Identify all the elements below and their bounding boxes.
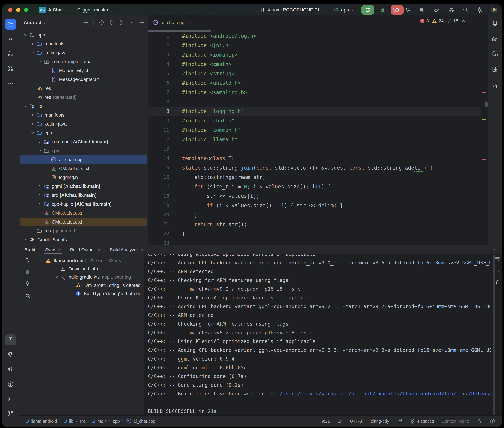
settings-button[interactable] (477, 7, 483, 13)
build-tree-item[interactable]: Download info (36, 265, 144, 273)
breadcrumb-item-cpp[interactable]: cpp (113, 419, 120, 424)
logcat-tool-button[interactable] (5, 364, 16, 375)
editor-horizontal-scrollbar[interactable] (148, 30, 211, 32)
code-line-21[interactable]: 21 return str.str(); (148, 220, 481, 229)
tree-item-kotlin-java[interactable]: kotlin+java (20, 48, 147, 57)
chevron-right-icon[interactable] (36, 140, 43, 144)
commit-tool-button[interactable] (5, 33, 16, 45)
clang-tidy-profile[interactable]: .clang-tidy (369, 419, 389, 424)
build-tool-button[interactable] (5, 335, 16, 346)
locate-file-icon[interactable] (99, 20, 104, 25)
close-icon[interactable]: ✕ (140, 247, 144, 252)
code-line-18[interactable]: 18 str << values[i]; (148, 191, 481, 201)
pull-requests-tool-button[interactable] (5, 63, 16, 74)
rerun-button[interactable] (361, 5, 374, 15)
gemini-chat-button[interactable] (491, 82, 498, 88)
tree-item-cmakelists-txt[interactable]: CMakeLists.txt (20, 217, 147, 226)
close-tab-icon[interactable]: ✕ (188, 20, 192, 25)
tree-item-cpp[interactable]: cpp (20, 146, 147, 155)
tree-item-app[interactable]: app (20, 31, 147, 39)
chevron-right-icon[interactable] (29, 122, 36, 126)
build-tree-item[interactable]: build.gradle.ktsapp 1 warning (36, 273, 144, 281)
tree-item-cmakelists-txt[interactable]: CMakeLists.txt (20, 164, 147, 173)
search-everywhere-button[interactable] (462, 7, 469, 13)
formatter-off-icon[interactable] (397, 418, 402, 424)
inspections-widget[interactable]: 3 24 15 (419, 18, 473, 24)
tree-item-cpp[interactable]: cpp (20, 128, 147, 137)
code-line-15[interactable]: 15static std::string join(const std::vec… (148, 163, 481, 173)
lock-open-icon[interactable] (477, 418, 482, 424)
user-avatar[interactable] (491, 6, 498, 14)
pin-icon[interactable] (25, 281, 30, 287)
device-selector[interactable]: Xiaomi POCOPHONE F1 (267, 7, 320, 13)
error-stripe-mark[interactable] (482, 88, 486, 88)
notifications-button[interactable] (491, 20, 498, 27)
apply-changes-button[interactable]: A (405, 7, 411, 13)
code-line-12[interactable]: 12#include "llama.h" (148, 135, 481, 144)
version-control-tool-button[interactable] (5, 408, 16, 419)
filter-eye-icon[interactable] (24, 293, 31, 299)
chevron-down-icon[interactable] (38, 258, 45, 263)
tree-item-kotlin-java[interactable]: kotlin+java (20, 120, 147, 128)
code-line-17[interactable]: 17 for (size_t i = 0; i < values.size();… (148, 182, 481, 191)
structure-tool-button[interactable] (5, 48, 16, 59)
build-panel-title[interactable]: Build (24, 247, 35, 252)
code-line-20[interactable]: 20 } (148, 210, 481, 220)
change-stripe-mark[interactable] (482, 119, 486, 120)
tree-item-com-example-llama[interactable]: com.example.llama (20, 57, 147, 66)
code-line-1[interactable]: 1#include <android/log.h> (148, 31, 481, 41)
code-line-7[interactable]: 7#include <sampling.h> (148, 88, 481, 97)
chevron-right-icon[interactable] (22, 238, 29, 242)
close-icon[interactable]: ✕ (58, 247, 61, 252)
tree-item-manifests[interactable]: manifests (20, 111, 147, 120)
panel-options-icon[interactable] (129, 20, 134, 25)
breadcrumb-item-llama-android[interactable]: llama.android (25, 419, 57, 424)
chevron-down-icon[interactable] (29, 131, 36, 135)
tree-item-res[interactable]: res (20, 84, 147, 93)
device-manager-button[interactable] (491, 51, 498, 58)
editor-tab[interactable]: C+ ai_chat.cpp ✕ (153, 20, 192, 25)
running-devices-button[interactable] (491, 66, 498, 73)
prev-problem-icon[interactable] (461, 18, 466, 23)
close-icon[interactable]: ✕ (97, 247, 101, 252)
project-tool-button[interactable] (5, 19, 16, 30)
project-view-selector[interactable]: Android (24, 20, 41, 25)
code-line-3[interactable]: 3#include <iomanip> (148, 50, 481, 59)
profiler-button[interactable] (419, 7, 426, 13)
chevron-down-icon[interactable] (22, 104, 29, 108)
code-line-11[interactable]: 11#include "common.h" (148, 125, 481, 135)
tree-item-common[interactable]: common[AiChat.lib.main] (20, 137, 147, 146)
line-ending[interactable]: LF (337, 419, 342, 424)
code-line-2[interactable]: 2#include <jni.h> (148, 41, 481, 50)
tree-item-src[interactable]: src[AiChat.lib.main] (20, 191, 147, 200)
inspection-status-icon[interactable] (490, 418, 495, 424)
error-stripe-mark[interactable] (482, 92, 486, 93)
build-tree-item[interactable]: llama.android: fi22 sec, 583 ms (36, 256, 144, 265)
tree-item-cpp-httplib[interactable]: cpp-httplib[AiChat.lib.main] (20, 200, 147, 209)
build-tree-item[interactable]: BuildType 'debug' is both de (36, 289, 144, 298)
gradle-tool-button[interactable] (491, 35, 498, 42)
tree-item-res[interactable]: res(generated) (20, 226, 147, 235)
attach-debugger-button[interactable] (434, 7, 440, 13)
chevron-right-icon[interactable] (29, 113, 36, 117)
editor-vertical-scrollbar[interactable] (485, 102, 487, 107)
breadcrumb-item-lib[interactable]: lib (63, 419, 73, 424)
scroll-to-end-icon[interactable] (495, 268, 501, 273)
tree-item-mainactivity-kt[interactable]: MainActivity.kt (20, 66, 147, 75)
hide-panel-icon[interactable] (139, 20, 145, 25)
chevron-right-icon[interactable] (29, 86, 36, 91)
expand-all-icon[interactable] (109, 20, 114, 25)
tree-item-res[interactable]: res(generated) (20, 93, 147, 102)
more-tool-windows-button[interactable] (5, 78, 16, 89)
chevron-down-icon[interactable] (36, 148, 43, 153)
code-line-13[interactable]: 13 (148, 144, 481, 154)
breadcrumb-item-main[interactable]: main (91, 419, 107, 424)
chevron-right-icon[interactable] (29, 42, 36, 46)
tree-item-cmakelists-txt[interactable]: CMakeLists.txt (20, 209, 147, 217)
breadcrumb-item-ai-chat-cpp[interactable]: C+ai_chat.cpp (126, 418, 155, 424)
next-problem-icon[interactable] (469, 18, 473, 23)
code-line-22[interactable]: 22} (148, 229, 481, 239)
indent-setting[interactable]: 4 spaces (417, 419, 434, 424)
minimize-window-button[interactable] (16, 8, 20, 12)
build-options-icon[interactable] (479, 247, 485, 252)
